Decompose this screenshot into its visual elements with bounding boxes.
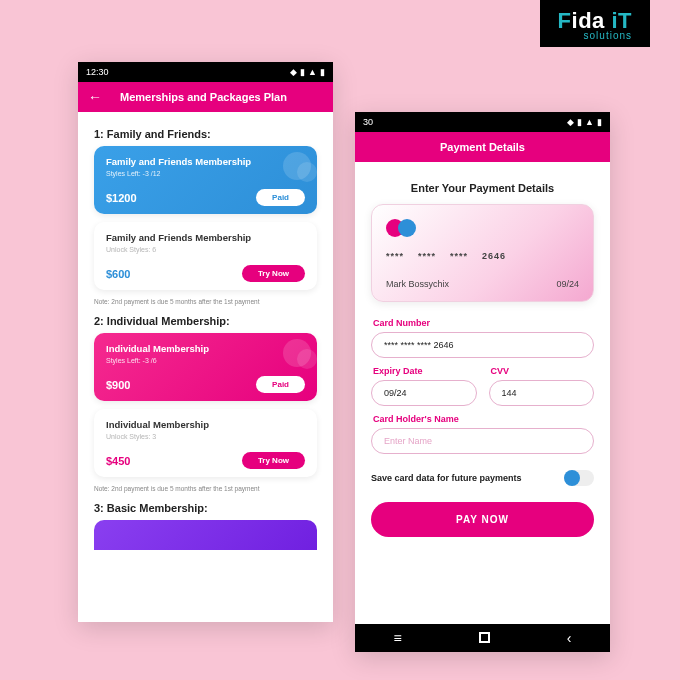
card-price: $600 — [106, 268, 130, 280]
screen-header: Payment Details — [355, 132, 610, 162]
holder-name-label: Card Holder's Name — [373, 414, 594, 424]
card-group: **** — [418, 251, 436, 261]
paid-badge: Paid — [256, 189, 305, 206]
card-subtitle: Unlock Styles: 6 — [106, 246, 305, 253]
back-arrow-icon[interactable]: ← — [88, 89, 102, 105]
card-number-label: Card Number — [373, 318, 594, 328]
membership-card-individual-paid[interactable]: Individual Membership Styles Left: -3 /6… — [94, 333, 317, 401]
status-bar: 12:30 ◆▮▲▮ — [78, 62, 333, 82]
card-title: Family and Friends Membership — [106, 232, 305, 243]
header-title: Memerships and Packages Plan — [120, 91, 287, 103]
card-price: $1200 — [106, 192, 137, 204]
screen-header: ← Memerships and Packages Plan — [78, 82, 333, 112]
screen-body: 1: Family and Friends: Family and Friend… — [78, 112, 333, 560]
try-now-button[interactable]: Try Now — [242, 452, 305, 469]
status-time: 12:30 — [86, 67, 109, 77]
membership-card-individual-try[interactable]: Individual Membership Unlock Styles: 3 $… — [94, 409, 317, 477]
logo-letter: F — [558, 8, 572, 33]
card-holder-name: Mark Bossychix — [386, 279, 449, 289]
membership-card-family-paid[interactable]: Family and Friends Membership Styles Lef… — [94, 146, 317, 214]
card-brand-icon — [386, 219, 579, 237]
cvv-input[interactable]: 144 — [489, 380, 595, 406]
card-number-input[interactable]: **** **** **** 2646 — [371, 332, 594, 358]
paid-badge: Paid — [256, 376, 305, 393]
card-price: $450 — [106, 455, 130, 467]
section-title-2: 2: Individual Membership: — [94, 315, 317, 327]
status-time: 30 — [363, 117, 373, 127]
brand-logo: Fida iT solutions — [540, 0, 650, 47]
android-nav-bar: ≡ ‹ — [355, 624, 610, 652]
holder-name-input[interactable]: Enter Name — [371, 428, 594, 454]
cvv-label: CVV — [491, 366, 595, 376]
status-bar: 30 ◆▮▲▮ — [355, 112, 610, 132]
screen-body: Enter Your Payment Details **** **** ***… — [355, 162, 610, 547]
section-title-1: 1: Family and Friends: — [94, 128, 317, 140]
card-title: Individual Membership — [106, 419, 305, 430]
card-number-display: **** **** **** 2646 — [386, 251, 579, 261]
card-last4: 2646 — [482, 251, 506, 261]
card-subtitle: Styles Left: -3 /12 — [106, 170, 305, 177]
card-subtitle: Styles Left: -3 /6 — [106, 357, 305, 364]
card-group: **** — [386, 251, 404, 261]
nav-recent-icon[interactable]: ≡ — [394, 630, 402, 646]
save-card-label: Save card data for future payments — [371, 473, 522, 483]
card-title: Individual Membership — [106, 343, 305, 354]
card-expiry: 09/24 — [556, 279, 579, 289]
nav-home-icon[interactable] — [479, 630, 490, 646]
pay-now-button[interactable]: PAY NOW — [371, 502, 594, 537]
phone-payment: 30 ◆▮▲▮ Payment Details Enter Your Payme… — [355, 112, 610, 652]
status-icons: ◆▮▲▮ — [287, 67, 325, 77]
nav-back-icon[interactable]: ‹ — [567, 630, 572, 646]
membership-card-family-try[interactable]: Family and Friends Membership Unlock Sty… — [94, 222, 317, 290]
section-note: Note: 2nd payment is due 5 months after … — [94, 298, 317, 305]
card-group: **** — [450, 251, 468, 261]
phone-memberships: 12:30 ◆▮▲▮ ← Memerships and Packages Pla… — [78, 62, 333, 622]
credit-card-preview: **** **** **** 2646 Mark Bossychix 09/24 — [371, 204, 594, 302]
expiry-input[interactable]: 09/24 — [371, 380, 477, 406]
header-title: Payment Details — [440, 141, 525, 153]
card-subtitle: Unlock Styles: 3 — [106, 433, 305, 440]
status-icons: ◆▮▲▮ — [564, 117, 602, 127]
expiry-label: Expiry Date — [373, 366, 477, 376]
section-title-3: 3: Basic Membership: — [94, 502, 317, 514]
save-card-toggle[interactable] — [564, 470, 594, 486]
card-price: $900 — [106, 379, 130, 391]
membership-card-basic-truncated[interactable] — [94, 520, 317, 550]
section-note: Note: 2nd payment is due 5 months after … — [94, 485, 317, 492]
card-title: Family and Friends Membership — [106, 156, 305, 167]
page-title: Enter Your Payment Details — [371, 182, 594, 194]
try-now-button[interactable]: Try Now — [242, 265, 305, 282]
